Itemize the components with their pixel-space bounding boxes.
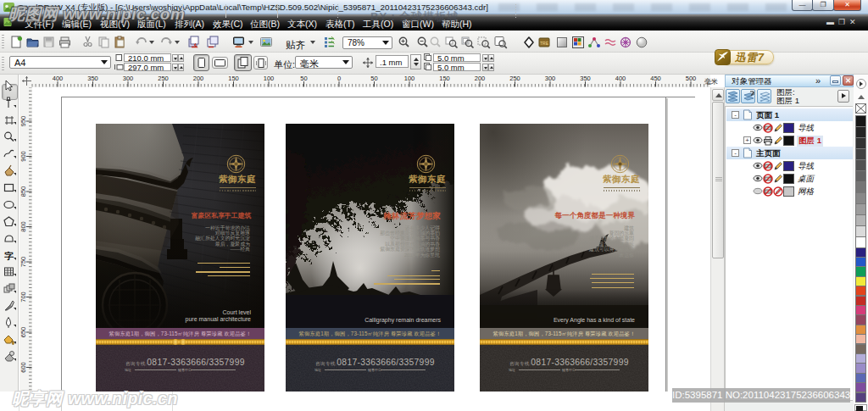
svg-text:900: 900 (19, 151, 27, 162)
svg-text:300: 300 (123, 75, 134, 82)
svg-text:500: 500 (686, 75, 697, 82)
svg-text:350: 350 (580, 75, 591, 82)
svg-text:400: 400 (615, 75, 626, 82)
svg-text:200: 200 (475, 75, 486, 82)
svg-text:50: 50 (300, 75, 307, 82)
svg-text:800: 800 (19, 221, 27, 232)
svg-text:TRE: TRE (540, 41, 549, 46)
svg-text:850: 850 (19, 186, 27, 197)
svg-text:450: 450 (650, 75, 661, 82)
svg-text:400: 400 (53, 75, 64, 82)
svg-text:250: 250 (158, 75, 169, 82)
svg-text:0: 0 (337, 75, 341, 82)
svg-text:150: 150 (439, 75, 450, 82)
svg-text:150: 150 (228, 75, 239, 82)
svg-text:600: 600 (19, 362, 27, 373)
svg-text:950: 950 (19, 116, 27, 127)
svg-text:字: 字 (4, 251, 14, 261)
svg-text:200: 200 (193, 75, 204, 82)
svg-text:50: 50 (370, 75, 377, 82)
svg-text:100: 100 (404, 75, 415, 82)
svg-text:650: 650 (19, 327, 27, 338)
svg-text:250: 250 (509, 75, 520, 82)
svg-text:700: 700 (19, 292, 27, 303)
svg-text:350: 350 (87, 75, 98, 82)
svg-text:750: 750 (19, 257, 27, 268)
svg-text:100: 100 (264, 75, 275, 82)
svg-text:300: 300 (545, 75, 556, 82)
